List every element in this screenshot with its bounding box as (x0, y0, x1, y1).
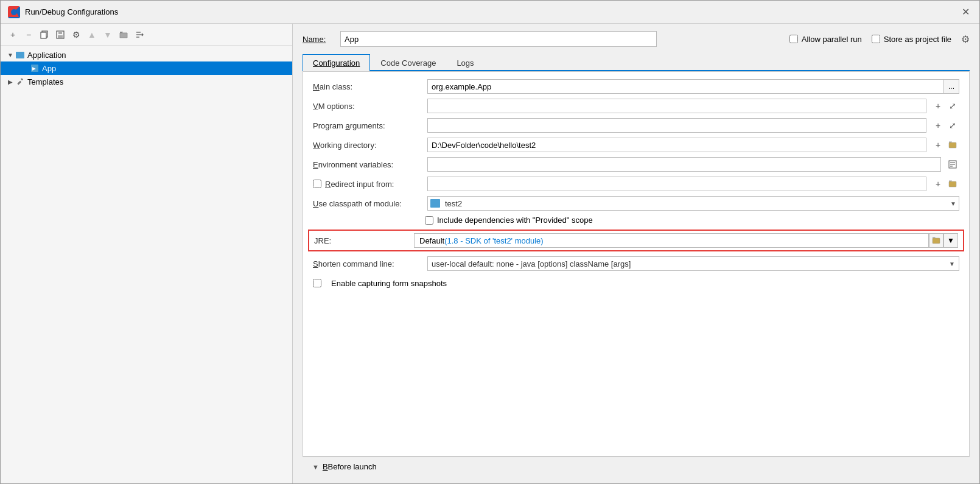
shorten-cmdline-label: Shorten command line: (313, 259, 422, 268)
copy-button[interactable] (37, 27, 52, 42)
program-args-input[interactable] (427, 118, 926, 133)
add-button[interactable]: + (5, 27, 20, 42)
program-args-row: Program arguments: + ⤢ (303, 116, 969, 135)
allow-parallel-checkbox[interactable] (789, 35, 798, 43)
app-icon (8, 6, 20, 18)
main-content: + − ⚙ ▲ ▼ (1, 24, 979, 483)
jre-row: JRE: Default (1.8 - SDK of 'test2' modul… (308, 230, 964, 251)
tab-configuration[interactable]: Configuration (303, 54, 370, 71)
tree-application[interactable]: ▼ Application (1, 48, 292, 61)
browse-folder-icon (948, 141, 957, 149)
expand-templates-icon: ▶ (5, 77, 15, 86)
svg-rect-18 (949, 181, 956, 187)
name-field-label: Name: (303, 35, 333, 44)
jre-label: JRE: (314, 236, 414, 245)
jre-browse-button[interactable] (929, 233, 943, 248)
enable-snapshots-checkbox[interactable] (313, 279, 321, 287)
name-input[interactable] (340, 31, 657, 47)
svg-rect-19 (933, 238, 940, 244)
save-icon (56, 30, 65, 39)
vm-options-input[interactable] (427, 99, 926, 113)
main-class-input[interactable] (427, 79, 943, 94)
working-dir-btns: + (931, 138, 959, 152)
store-project-checkbox[interactable] (872, 35, 880, 43)
header-options: Allow parallel run Store as project file… (789, 33, 970, 45)
move-down-button[interactable]: ▼ (100, 27, 115, 42)
program-args-expand-button[interactable]: ⤢ (946, 119, 959, 132)
include-deps-label: Include dependencies with "Provided" sco… (437, 216, 593, 225)
classpath-value: test2 (443, 199, 950, 208)
vm-options-row: VM options: + ⤢ (303, 96, 969, 116)
env-vars-input[interactable] (427, 157, 941, 172)
shorten-cmdline-dropdown[interactable]: user-local default: none - java [options… (427, 256, 959, 271)
allow-parallel-label: Allow parallel run (802, 35, 862, 44)
jre-version-text: (1.8 - SDK of 'test2' module) (444, 236, 543, 245)
before-launch-arrow-icon: ▼ (312, 463, 319, 471)
sort-icon (135, 30, 144, 39)
main-class-row: Main class: ... (303, 77, 969, 96)
remove-button[interactable]: − (21, 27, 36, 42)
save-button[interactable] (53, 27, 68, 42)
browse-icon (948, 180, 957, 188)
application-folder-icon (15, 50, 25, 60)
redirect-add-button[interactable]: + (931, 177, 945, 191)
vm-options-add-button[interactable]: + (931, 99, 945, 113)
folder-button[interactable] (116, 27, 131, 42)
classpath-row: Use classpath of module: test2 ▼ (303, 194, 969, 213)
jre-buttons: ▼ (929, 233, 958, 248)
env-vars-edit-button[interactable] (946, 158, 959, 171)
right-panel: Name: Allow parallel run Store as projec… (293, 24, 979, 483)
tree-app[interactable]: ▶ App (1, 61, 292, 75)
tree-templates[interactable]: ▶ Templates (1, 75, 292, 88)
classpath-dropdown[interactable]: test2 ▼ (427, 196, 959, 211)
redirect-browse-button[interactable] (946, 177, 959, 191)
shorten-cmdline-row: Shorten command line: user-local default… (303, 254, 969, 273)
working-dir-label: Working directory: (313, 141, 422, 150)
wrench-button[interactable]: ⚙ (69, 27, 83, 42)
include-deps-row: Include dependencies with "Provided" sco… (303, 213, 969, 227)
shorten-cmdline-arrow-icon: ▼ (949, 261, 955, 267)
settings-gear-icon[interactable]: ⚙ (961, 33, 970, 45)
jre-value-field: Default (1.8 - SDK of 'test2' module) (414, 233, 929, 248)
allow-parallel-row: Allow parallel run (789, 35, 862, 44)
module-icon (430, 199, 440, 208)
redirect-input-label: Redirect input from: (313, 180, 422, 189)
app-label: App (42, 64, 56, 73)
tab-logs[interactable]: Logs (446, 54, 484, 71)
move-up-button[interactable]: ▲ (85, 27, 99, 42)
tab-code-coverage[interactable]: Code Coverage (370, 54, 446, 71)
redirect-input-field[interactable] (427, 177, 926, 191)
tab-bar: Configuration Code Coverage Logs (303, 54, 970, 71)
svg-rect-13 (949, 142, 956, 148)
toolbar: + − ⚙ ▲ ▼ (1, 24, 292, 46)
main-class-browse-button[interactable]: ... (943, 79, 959, 94)
app-file-icon: ▶ (30, 63, 40, 73)
sort-button[interactable] (132, 27, 147, 42)
classpath-label: Use classpath of module: (313, 199, 422, 208)
vm-options-expand-button[interactable]: ⤢ (946, 99, 959, 113)
program-args-btns: + ⤢ (931, 119, 959, 132)
working-dir-add-button[interactable]: + (931, 138, 945, 152)
close-button[interactable]: ✕ (959, 5, 972, 19)
include-deps-checkbox[interactable] (425, 216, 433, 225)
svg-rect-5 (58, 31, 62, 34)
redirect-input-row: Redirect input from: + (303, 174, 969, 194)
form-inner: Main class: ... VM options: (303, 72, 969, 298)
program-args-add-button[interactable]: + (931, 119, 945, 132)
working-dir-row: Working directory: + (303, 135, 969, 155)
before-launch-header[interactable]: ▼ BBefore launch (312, 462, 960, 471)
redirect-input-checkbox[interactable] (313, 180, 321, 188)
edit-icon (948, 160, 957, 169)
working-dir-input[interactable] (427, 138, 926, 152)
working-dir-browse-button[interactable] (946, 138, 959, 152)
jre-dropdown-button[interactable]: ▼ (943, 233, 958, 248)
jre-folder-icon (932, 237, 940, 244)
program-args-label: Program arguments: (313, 121, 422, 130)
env-vars-row: Environment variables: (303, 155, 969, 174)
title-bar-left: Run/Debug Configurations (8, 6, 118, 18)
expand-application-icon: ▼ (5, 50, 15, 60)
folder-icon (119, 31, 128, 38)
svg-rect-6 (58, 35, 63, 38)
enable-snapshots-row: Enable capturing form snapshots (303, 273, 969, 293)
name-row: Name: Allow parallel run Store as projec… (303, 31, 970, 47)
